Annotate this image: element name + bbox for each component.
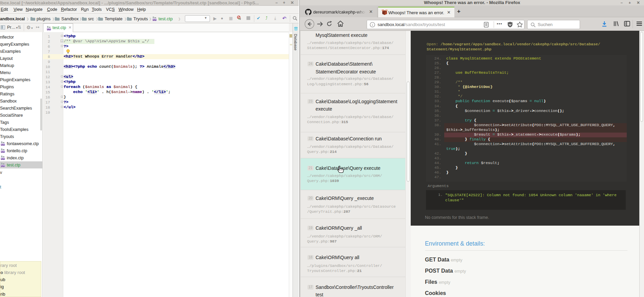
svg-text:php: php	[153, 19, 156, 21]
svg-text:php: php	[47, 28, 51, 30]
svg-text:php: php	[1, 165, 5, 167]
svg-text:php: php	[1, 151, 5, 153]
svg-text:i: i	[372, 23, 373, 27]
svg-text:php: php	[1, 158, 5, 160]
svg-text:php: php	[1, 144, 5, 146]
